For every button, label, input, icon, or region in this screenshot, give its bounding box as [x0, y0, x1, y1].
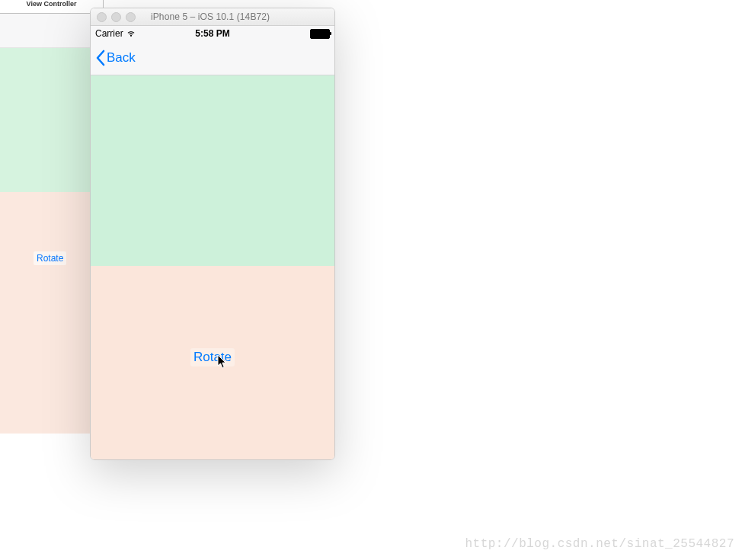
back-button[interactable]: Back: [95, 50, 136, 66]
green-view: [91, 75, 334, 266]
simulator-window: iPhone 5 – iOS 10.1 (14B72) Carrier 5:58…: [90, 8, 337, 460]
traffic-light-close[interactable]: [97, 12, 107, 22]
pink-view: Rotate: [91, 266, 334, 459]
battery-icon: [310, 29, 330, 39]
traffic-lights: [97, 12, 136, 22]
status-time: 5:58 PM: [91, 28, 334, 39]
simulator-titlebar[interactable]: iPhone 5 – iOS 10.1 (14B72): [91, 8, 334, 26]
traffic-light-minimize[interactable]: [111, 12, 121, 22]
ib-green-view: [0, 48, 103, 192]
back-label: Back: [107, 50, 136, 66]
ib-rotate-button[interactable]: Rotate: [34, 251, 66, 265]
ios-status-bar: Carrier 5:58 PM: [91, 26, 334, 41]
traffic-light-zoom[interactable]: [126, 12, 136, 22]
watermark-text: http://blog.csdn.net/sinat_25544827: [465, 537, 734, 551]
ib-scene-title: View Controller: [0, 0, 103, 14]
rotate-button[interactable]: Rotate: [190, 348, 235, 366]
simulator-title: iPhone 5 – iOS 10.1 (14B72): [151, 11, 328, 22]
ios-content: Rotate: [91, 75, 334, 459]
ib-pink-view: Rotate: [0, 192, 103, 434]
ib-navbar-placeholder: [0, 14, 103, 48]
interface-builder-canvas: View Controller Rotate: [0, 0, 104, 433]
ios-nav-bar: Back: [91, 41, 334, 75]
chevron-left-icon: [95, 50, 105, 66]
